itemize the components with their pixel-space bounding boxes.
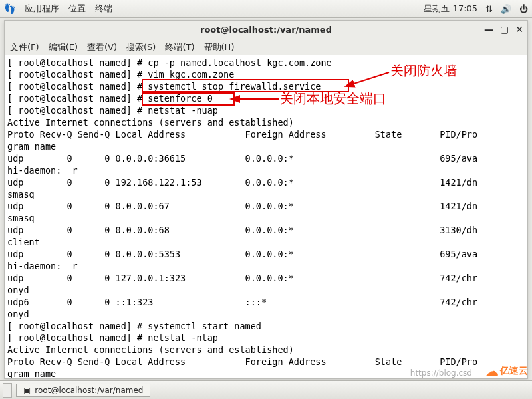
menu-search[interactable]: 搜索(S) bbox=[126, 41, 156, 53]
menu-places[interactable]: 位置 bbox=[68, 3, 86, 15]
menu-view[interactable]: 查看(V) bbox=[87, 41, 117, 53]
close-button[interactable]: ✕ bbox=[515, 24, 523, 35]
minimize-button[interactable]: — bbox=[484, 24, 493, 35]
menu-terminal[interactable]: 终端 bbox=[95, 3, 112, 15]
terminal-text: [ root@localhost named] # cp -p named.lo… bbox=[7, 57, 525, 378]
gnome-top-panel: 👣 应用程序 位置 终端 星期五 17:05 ⇅ 🔊 ⏻ bbox=[0, 0, 532, 18]
menu-terminal-m[interactable]: 终端(T) bbox=[165, 41, 194, 53]
menu-help[interactable]: 帮助(H) bbox=[204, 41, 235, 53]
taskbar-item-terminal[interactable]: ▣ root@localhost:/var/named bbox=[16, 384, 150, 397]
taskbar-item-label: root@localhost:/var/named bbox=[35, 386, 143, 395]
menu-edit[interactable]: 编辑(E) bbox=[49, 41, 78, 53]
maximize-button[interactable]: ▢ bbox=[500, 24, 509, 35]
network-icon[interactable]: ⇅ bbox=[485, 4, 493, 14]
yisuyun-text: 亿速云 bbox=[500, 365, 528, 377]
power-icon[interactable]: ⏻ bbox=[519, 4, 528, 14]
terminal-content[interactable]: [ root@localhost named] # cp -p named.lo… bbox=[5, 55, 527, 378]
terminal-icon: ▣ bbox=[23, 386, 31, 395]
bottom-taskbar: ▣ root@localhost:/var/named bbox=[0, 380, 532, 399]
menu-applications[interactable]: 应用程序 bbox=[25, 3, 59, 15]
terminal-window: root@localhost:/var/named — ▢ ✕ 文件(F) 编辑… bbox=[4, 20, 528, 379]
gnome-foot-icon: 👣 bbox=[4, 3, 15, 14]
watermark-csdn: https://blog.csd bbox=[410, 368, 472, 378]
watermark-yisuyun: ☁ 亿速云 bbox=[485, 363, 528, 379]
menubar: 文件(F) 编辑(E) 查看(V) 搜索(S) 终端(T) 帮助(H) bbox=[5, 39, 527, 55]
clock[interactable]: 星期五 17:05 bbox=[424, 3, 477, 15]
menu-file[interactable]: 文件(F) bbox=[10, 41, 39, 53]
panel-hide-button[interactable] bbox=[3, 383, 12, 398]
volume-icon[interactable]: 🔊 bbox=[501, 4, 511, 14]
titlebar[interactable]: root@localhost:/var/named — ▢ ✕ bbox=[5, 21, 527, 39]
window-title: root@localhost:/var/named bbox=[200, 25, 332, 35]
cloud-icon: ☁ bbox=[485, 363, 499, 379]
